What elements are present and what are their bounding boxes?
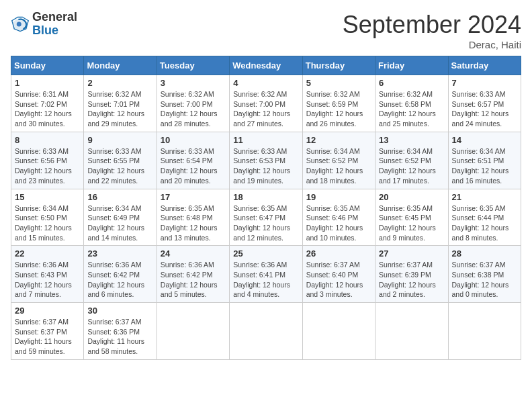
- day-cell: [230, 303, 302, 360]
- logo-text-general: General: [32, 11, 77, 24]
- day-cell: 29 Sunrise: 6:37 AMSunset: 6:37 PMDaylig…: [11, 303, 84, 360]
- day-number: 10: [161, 135, 226, 145]
- weekday-header-saturday: Saturday: [448, 56, 521, 75]
- day-number: 4: [233, 78, 298, 88]
- day-info: Sunrise: 6:36 AMSunset: 6:41 PMDaylight:…: [233, 261, 290, 298]
- weekday-header-friday: Friday: [375, 56, 448, 75]
- day-number: 26: [306, 248, 371, 259]
- day-info: Sunrise: 6:36 AMSunset: 6:43 PMDaylight:…: [15, 261, 72, 298]
- day-info: Sunrise: 6:36 AMSunset: 6:42 PMDaylight:…: [161, 261, 218, 298]
- day-info: Sunrise: 6:34 AMSunset: 6:49 PMDaylight:…: [87, 204, 144, 242]
- day-number: 6: [379, 78, 444, 88]
- day-cell: 4 Sunrise: 6:32 AMSunset: 7:00 PMDayligh…: [230, 75, 302, 132]
- day-info: Sunrise: 6:31 AMSunset: 7:02 PMDaylight:…: [15, 90, 72, 128]
- day-info: Sunrise: 6:33 AMSunset: 6:56 PMDaylight:…: [15, 147, 72, 185]
- week-row-2: 8 Sunrise: 6:33 AMSunset: 6:56 PMDayligh…: [11, 132, 521, 189]
- day-number: 25: [233, 248, 298, 259]
- day-cell: [157, 303, 229, 360]
- day-number: 19: [306, 192, 371, 202]
- location-title: Derac, Haiti: [343, 39, 521, 50]
- day-cell: 9 Sunrise: 6:33 AMSunset: 6:55 PMDayligh…: [84, 132, 157, 189]
- day-number: 16: [87, 192, 152, 202]
- day-info: Sunrise: 6:37 AMSunset: 6:39 PMDaylight:…: [379, 261, 436, 298]
- day-number: 12: [306, 135, 371, 145]
- day-cell: 20 Sunrise: 6:35 AMSunset: 6:45 PMDaylig…: [375, 189, 448, 246]
- day-cell: 12 Sunrise: 6:34 AMSunset: 6:52 PMDaylig…: [302, 132, 375, 189]
- day-info: Sunrise: 6:37 AMSunset: 6:38 PMDaylight:…: [452, 261, 509, 298]
- day-cell: 6 Sunrise: 6:32 AMSunset: 6:58 PMDayligh…: [375, 75, 448, 132]
- day-info: Sunrise: 6:33 AMSunset: 6:53 PMDaylight:…: [233, 147, 290, 185]
- day-info: Sunrise: 6:35 AMSunset: 6:47 PMDaylight:…: [233, 204, 290, 242]
- day-cell: 28 Sunrise: 6:37 AMSunset: 6:38 PMDaylig…: [448, 246, 521, 303]
- day-cell: 15 Sunrise: 6:34 AMSunset: 6:50 PMDaylig…: [11, 189, 84, 246]
- logo-icon: [11, 15, 30, 34]
- day-number: 5: [306, 78, 371, 88]
- day-cell: 7 Sunrise: 6:33 AMSunset: 6:57 PMDayligh…: [448, 75, 521, 132]
- day-info: Sunrise: 6:37 AMSunset: 6:40 PMDaylight:…: [306, 261, 363, 298]
- day-info: Sunrise: 6:32 AMSunset: 7:00 PMDaylight:…: [161, 90, 218, 128]
- day-number: 14: [452, 135, 517, 145]
- weekday-header-wednesday: Wednesday: [230, 56, 302, 75]
- day-number: 11: [233, 135, 298, 145]
- day-cell: 2 Sunrise: 6:32 AMSunset: 7:01 PMDayligh…: [84, 75, 157, 132]
- day-cell: 16 Sunrise: 6:34 AMSunset: 6:49 PMDaylig…: [84, 189, 157, 246]
- day-number: 3: [161, 78, 226, 88]
- day-number: 28: [452, 248, 517, 259]
- day-info: Sunrise: 6:37 AMSunset: 6:36 PMDaylight:…: [87, 318, 144, 355]
- logo: General Blue: [11, 11, 77, 38]
- day-number: 15: [15, 192, 80, 202]
- day-cell: 17 Sunrise: 6:35 AMSunset: 6:48 PMDaylig…: [157, 189, 229, 246]
- week-row-1: 1 Sunrise: 6:31 AMSunset: 7:02 PMDayligh…: [11, 75, 521, 132]
- day-number: 22: [15, 248, 80, 259]
- day-number: 8: [15, 135, 80, 145]
- day-info: Sunrise: 6:35 AMSunset: 6:48 PMDaylight:…: [161, 204, 218, 242]
- weekday-header-sunday: Sunday: [11, 56, 84, 75]
- day-cell: 8 Sunrise: 6:33 AMSunset: 6:56 PMDayligh…: [11, 132, 84, 189]
- weekday-header-monday: Monday: [84, 56, 157, 75]
- page-header: General Blue September 2024 Derac, Haiti: [11, 11, 521, 50]
- logo-text-blue: Blue: [32, 24, 77, 38]
- day-cell: 5 Sunrise: 6:32 AMSunset: 6:59 PMDayligh…: [302, 75, 375, 132]
- title-area: September 2024 Derac, Haiti: [343, 11, 521, 50]
- day-number: 18: [233, 192, 298, 202]
- day-cell: 30 Sunrise: 6:37 AMSunset: 6:36 PMDaylig…: [84, 303, 157, 360]
- day-number: 17: [161, 192, 226, 202]
- svg-point-2: [17, 21, 21, 26]
- day-number: 13: [379, 135, 444, 145]
- day-cell: 10 Sunrise: 6:33 AMSunset: 6:54 PMDaylig…: [157, 132, 229, 189]
- day-cell: 24 Sunrise: 6:36 AMSunset: 6:42 PMDaylig…: [157, 246, 229, 303]
- day-cell: 14 Sunrise: 6:34 AMSunset: 6:51 PMDaylig…: [448, 132, 521, 189]
- day-info: Sunrise: 6:34 AMSunset: 6:52 PMDaylight:…: [379, 147, 436, 185]
- weekday-header-row: SundayMondayTuesdayWednesdayThursdayFrid…: [11, 56, 521, 75]
- day-info: Sunrise: 6:35 AMSunset: 6:44 PMDaylight:…: [452, 204, 509, 242]
- week-row-4: 22 Sunrise: 6:36 AMSunset: 6:43 PMDaylig…: [11, 246, 521, 303]
- day-cell: 23 Sunrise: 6:36 AMSunset: 6:42 PMDaylig…: [84, 246, 157, 303]
- day-cell: 27 Sunrise: 6:37 AMSunset: 6:39 PMDaylig…: [375, 246, 448, 303]
- day-info: Sunrise: 6:32 AMSunset: 7:01 PMDaylight:…: [87, 90, 144, 128]
- day-info: Sunrise: 6:34 AMSunset: 6:51 PMDaylight:…: [452, 147, 509, 185]
- day-cell: 26 Sunrise: 6:37 AMSunset: 6:40 PMDaylig…: [302, 246, 375, 303]
- day-cell: 18 Sunrise: 6:35 AMSunset: 6:47 PMDaylig…: [230, 189, 302, 246]
- day-number: 9: [87, 135, 152, 145]
- day-number: 2: [87, 78, 152, 88]
- day-number: 20: [379, 192, 444, 202]
- day-info: Sunrise: 6:32 AMSunset: 6:59 PMDaylight:…: [306, 90, 363, 128]
- day-number: 30: [87, 306, 152, 316]
- day-cell: 25 Sunrise: 6:36 AMSunset: 6:41 PMDaylig…: [230, 246, 302, 303]
- day-info: Sunrise: 6:34 AMSunset: 6:50 PMDaylight:…: [15, 204, 72, 242]
- month-title: September 2024: [343, 11, 521, 39]
- week-row-5: 29 Sunrise: 6:37 AMSunset: 6:37 PMDaylig…: [11, 303, 521, 360]
- day-number: 7: [452, 78, 517, 88]
- day-info: Sunrise: 6:35 AMSunset: 6:45 PMDaylight:…: [379, 204, 436, 242]
- day-info: Sunrise: 6:33 AMSunset: 6:55 PMDaylight:…: [87, 147, 144, 185]
- day-cell: 1 Sunrise: 6:31 AMSunset: 7:02 PMDayligh…: [11, 75, 84, 132]
- day-cell: 22 Sunrise: 6:36 AMSunset: 6:43 PMDaylig…: [11, 246, 84, 303]
- day-number: 29: [15, 306, 80, 316]
- day-info: Sunrise: 6:35 AMSunset: 6:46 PMDaylight:…: [306, 204, 363, 242]
- day-info: Sunrise: 6:32 AMSunset: 7:00 PMDaylight:…: [233, 90, 290, 128]
- day-cell: [448, 303, 521, 360]
- weekday-header-tuesday: Tuesday: [157, 56, 229, 75]
- day-cell: 21 Sunrise: 6:35 AMSunset: 6:44 PMDaylig…: [448, 189, 521, 246]
- day-info: Sunrise: 6:37 AMSunset: 6:37 PMDaylight:…: [15, 318, 72, 355]
- day-info: Sunrise: 6:32 AMSunset: 6:58 PMDaylight:…: [379, 90, 436, 128]
